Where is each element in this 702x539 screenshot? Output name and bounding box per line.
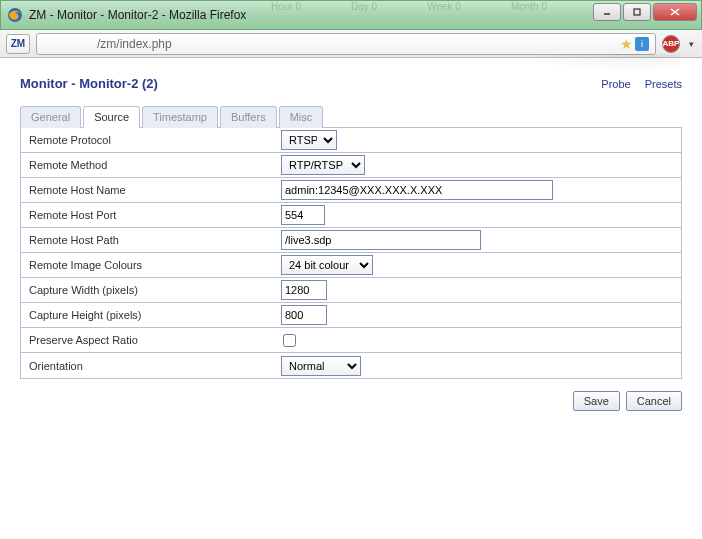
tab-general[interactable]: General — [20, 106, 81, 128]
url-right-icons: ★ i — [620, 36, 649, 52]
row-remote-path: Remote Host Path — [21, 228, 681, 253]
source-form: Remote Protocol RTSP Remote Method RTP/R… — [20, 128, 682, 379]
info-badge-icon[interactable]: i — [635, 37, 649, 51]
url-bar[interactable]: /zm/index.php ★ i — [36, 33, 656, 55]
input-remote-port[interactable] — [281, 205, 325, 225]
row-remote-method: Remote Method RTP/RTSP — [21, 153, 681, 178]
input-capture-height[interactable] — [281, 305, 327, 325]
tab-buffers[interactable]: Buffers — [220, 106, 277, 128]
header-actions: Probe Presets — [601, 78, 682, 90]
label-orientation: Orientation — [21, 356, 277, 376]
input-capture-width[interactable] — [281, 280, 327, 300]
faded-hour: Hour 0 — [271, 1, 301, 13]
tab-strip: General Source Timestamp Buffers Misc — [20, 105, 682, 128]
bookmark-star-icon[interactable]: ★ — [620, 36, 633, 52]
row-preserve-aspect: Preserve Aspect Ratio — [21, 328, 681, 353]
row-remote-port: Remote Host Port — [21, 203, 681, 228]
label-capture-height: Capture Height (pixels) — [21, 305, 277, 325]
faded-background-text: Hour 0 Day 0 Week 0 Month 0 — [271, 1, 547, 13]
page-title: Monitor - Monitor-2 (2) — [20, 76, 158, 91]
row-remote-protocol: Remote Protocol RTSP — [21, 128, 681, 153]
label-preserve-aspect: Preserve Aspect Ratio — [21, 330, 277, 350]
firefox-icon — [7, 7, 23, 23]
select-image-colours[interactable]: 24 bit colour — [281, 255, 373, 275]
site-identity-icon[interactable]: ZM — [6, 34, 30, 54]
probe-link[interactable]: Probe — [601, 78, 630, 90]
select-remote-method[interactable]: RTP/RTSP — [281, 155, 365, 175]
window-controls — [593, 3, 697, 21]
label-remote-protocol: Remote Protocol — [21, 130, 277, 150]
faded-month: Month 0 — [511, 1, 547, 13]
faded-week: Week 0 — [427, 1, 461, 13]
maximize-button[interactable] — [623, 3, 651, 21]
input-remote-host[interactable] — [281, 180, 553, 200]
row-orientation: Orientation Normal — [21, 353, 681, 378]
row-remote-host: Remote Host Name — [21, 178, 681, 203]
tab-misc[interactable]: Misc — [279, 106, 324, 128]
faded-day: Day 0 — [351, 1, 377, 13]
url-text: /zm/index.php — [97, 37, 172, 51]
browser-toolbar: ZM /zm/index.php ★ i ABP ▾ — [0, 30, 702, 58]
row-capture-width: Capture Width (pixels) — [21, 278, 681, 303]
form-buttons: Save Cancel — [20, 391, 682, 411]
row-image-colours: Remote Image Colours 24 bit colour — [21, 253, 681, 278]
page-header: Monitor - Monitor-2 (2) Probe Presets — [20, 76, 682, 91]
window-titlebar: ZM - Monitor - Monitor-2 - Mozilla Firef… — [0, 0, 702, 30]
label-remote-method: Remote Method — [21, 155, 277, 175]
input-remote-path[interactable] — [281, 230, 481, 250]
label-image-colours: Remote Image Colours — [21, 255, 277, 275]
tab-timestamp[interactable]: Timestamp — [142, 106, 218, 128]
select-remote-protocol[interactable]: RTSP — [281, 130, 337, 150]
save-button[interactable]: Save — [573, 391, 620, 411]
tab-source[interactable]: Source — [83, 106, 140, 128]
presets-link[interactable]: Presets — [645, 78, 682, 90]
checkbox-preserve-aspect[interactable] — [283, 334, 296, 347]
minimize-button[interactable] — [593, 3, 621, 21]
label-remote-host: Remote Host Name — [21, 180, 277, 200]
select-orientation[interactable]: Normal — [281, 356, 361, 376]
adblock-icon[interactable]: ABP — [662, 35, 680, 53]
row-capture-height: Capture Height (pixels) — [21, 303, 681, 328]
window-title: ZM - Monitor - Monitor-2 - Mozilla Firef… — [29, 8, 246, 22]
page-content: Monitor - Monitor-2 (2) Probe Presets Ge… — [0, 58, 702, 539]
svg-rect-2 — [634, 9, 640, 15]
label-remote-port: Remote Host Port — [21, 205, 277, 225]
toolbar-menu-dropdown[interactable]: ▾ — [686, 39, 696, 49]
cancel-button[interactable]: Cancel — [626, 391, 682, 411]
label-capture-width: Capture Width (pixels) — [21, 280, 277, 300]
close-button[interactable] — [653, 3, 697, 21]
label-remote-path: Remote Host Path — [21, 230, 277, 250]
